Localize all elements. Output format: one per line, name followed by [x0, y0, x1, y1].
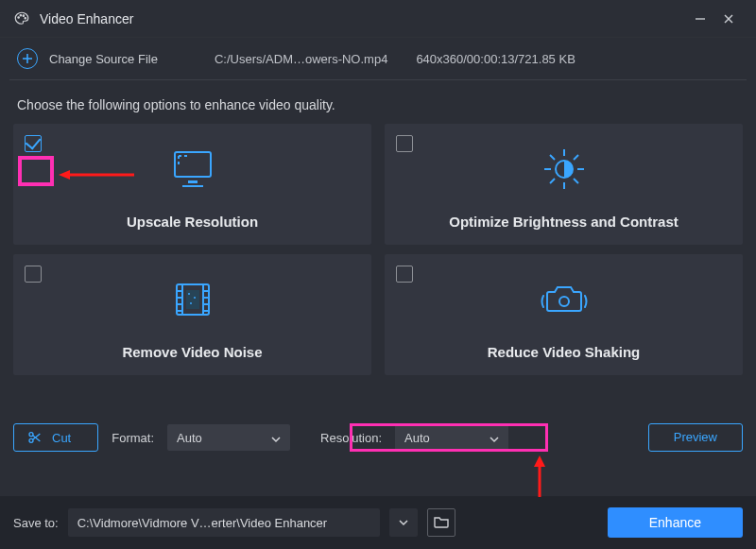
tile-reduce-video-shaking[interactable]: Reduce Video Shaking — [385, 254, 743, 375]
svg-point-2 — [23, 14, 25, 16]
chevron-down-icon — [271, 433, 281, 442]
svg-line-19 — [550, 155, 555, 160]
save-to-label: Save to: — [13, 516, 59, 530]
resolution-value: Auto — [404, 431, 430, 445]
close-button[interactable] — [714, 5, 743, 33]
svg-marker-46 — [534, 455, 545, 467]
resolution-label: Resolution: — [320, 431, 382, 445]
svg-line-21 — [574, 155, 578, 160]
instruction-text: Choose the following options to enhance … — [0, 80, 756, 124]
monitor-icon — [169, 124, 216, 214]
cut-button[interactable]: Cut — [13, 423, 98, 452]
resolution-dropdown[interactable]: Auto — [395, 424, 508, 451]
folder-icon — [434, 515, 449, 531]
annotation-arrow-up — [525, 455, 554, 497]
controls-row: Cut Format: Auto Resolution: Auto Previe… — [0, 421, 756, 454]
source-meta: 640x360/00:00:13/721.85 KB — [416, 52, 575, 66]
enhance-label: Enhance — [649, 515, 701, 530]
checkbox-upscale-resolution[interactable] — [25, 135, 42, 152]
change-source-link[interactable]: Change Source File — [49, 52, 158, 66]
source-bar: Change Source File C:/Users/ADM…owers-NO… — [0, 38, 756, 79]
brightness-icon — [541, 124, 588, 214]
svg-point-36 — [194, 297, 196, 299]
add-source-button[interactable] — [17, 48, 38, 69]
palette-icon — [13, 10, 30, 27]
chevron-down-icon — [490, 433, 499, 442]
titlebar: Video Enhancer — [0, 0, 756, 38]
scissors-icon — [27, 430, 43, 445]
format-dropdown[interactable]: Auto — [167, 424, 290, 451]
checkbox-reduce-video-shaking[interactable] — [396, 266, 413, 283]
source-path: C:/Users/ADM…owers-NO.mp4 — [215, 52, 387, 66]
save-path-input[interactable]: C:\Vidmore\Vidmore V…erter\Video Enhance… — [68, 508, 380, 537]
enhance-button[interactable]: Enhance — [608, 507, 743, 538]
svg-line-22 — [550, 179, 555, 183]
preview-label: Preview — [674, 430, 717, 444]
tile-label: Optimize Brightness and Contrast — [449, 214, 679, 230]
tile-optimize-brightness[interactable]: Optimize Brightness and Contrast — [385, 124, 743, 245]
format-label: Format: — [112, 431, 154, 445]
window-title: Video Enhancer — [40, 11, 133, 26]
minimize-button[interactable] — [686, 5, 714, 33]
tile-label: Remove Video Noise — [122, 344, 262, 360]
svg-rect-12 — [188, 180, 198, 183]
checkbox-remove-video-noise[interactable] — [25, 266, 42, 283]
checkbox-optimize-brightness[interactable] — [396, 135, 413, 152]
preview-button[interactable]: Preview — [648, 423, 743, 452]
tile-label: Upscale Resolution — [127, 214, 258, 230]
svg-point-35 — [188, 293, 190, 295]
tile-remove-video-noise[interactable]: Remove Video Noise — [13, 254, 371, 375]
film-noise-icon — [169, 254, 216, 344]
save-path-dropdown[interactable] — [389, 508, 418, 537]
tile-upscale-resolution[interactable]: Upscale Resolution — [13, 124, 371, 245]
svg-point-37 — [190, 302, 192, 304]
cut-label: Cut — [52, 431, 71, 445]
svg-point-1 — [20, 14, 22, 16]
svg-line-20 — [574, 179, 578, 183]
svg-point-0 — [18, 16, 20, 18]
svg-point-38 — [559, 297, 569, 306]
tile-label: Reduce Video Shaking — [488, 344, 640, 360]
enhance-options-grid: Upscale Resolution Optimize Brightness a… — [0, 124, 756, 375]
camera-shake-icon — [538, 254, 591, 344]
svg-point-3 — [25, 17, 26, 19]
save-bar: Save to: C:\Vidmore\Vidmore V…erter\Vide… — [0, 496, 756, 549]
browse-folder-button[interactable] — [427, 508, 455, 537]
format-value: Auto — [177, 431, 202, 445]
svg-rect-34 — [186, 290, 199, 309]
save-path-value: C:\Vidmore\Vidmore V…erter\Video Enhance… — [77, 516, 327, 530]
